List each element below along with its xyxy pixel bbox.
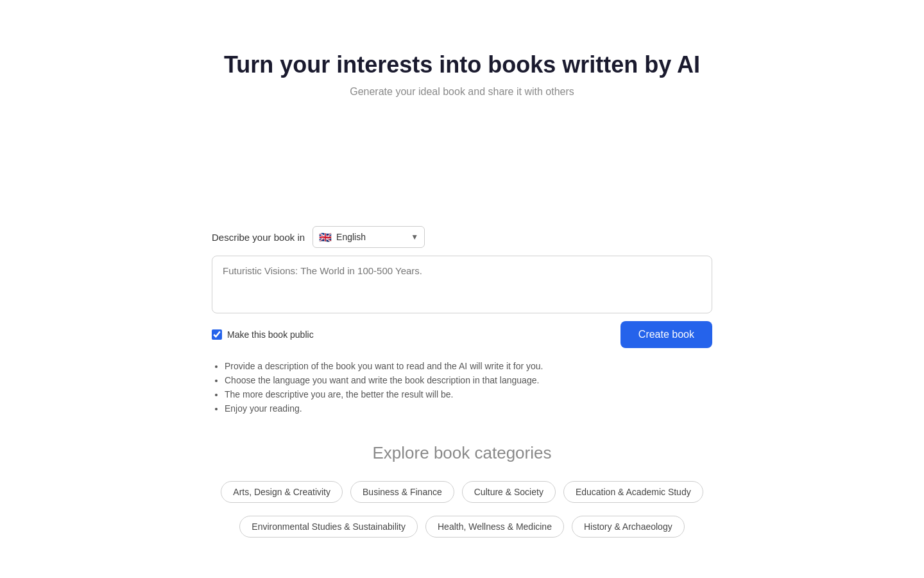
category-arts[interactable]: Arts, Design & Creativity <box>221 481 343 503</box>
hero-subtitle: Generate your ideal book and share it wi… <box>224 86 700 98</box>
actions-row: Make this book public Create book <box>212 321 712 348</box>
tip-item: Provide a description of the book you wa… <box>225 361 712 371</box>
public-checkbox-label: Make this book public <box>227 329 314 340</box>
checkbox-row: Make this book public <box>212 329 314 340</box>
language-select[interactable]: English Spanish French German Italian Po… <box>312 226 425 248</box>
category-business[interactable]: Business & Finance <box>350 481 454 503</box>
language-select-wrapper: 🇬🇧 English Spanish French German Italian… <box>312 226 425 248</box>
categories-title: Explore book categories <box>64 443 860 463</box>
categories-section: Explore book categories Arts, Design & C… <box>0 443 924 543</box>
categories-row-1: Arts, Design & Creativity Business & Fin… <box>221 481 703 503</box>
page-container: Turn your interests into books written b… <box>0 0 924 578</box>
tip-item: Choose the language you want and write t… <box>225 375 712 385</box>
category-health[interactable]: Health, Wellness & Medicine <box>425 516 564 538</box>
category-history[interactable]: History & Archaeology <box>572 516 685 538</box>
book-description-input[interactable] <box>212 256 712 313</box>
language-row: Describe your book in 🇬🇧 English Spanish… <box>212 226 712 248</box>
category-culture[interactable]: Culture & Society <box>462 481 556 503</box>
hero-section: Turn your interests into books written b… <box>224 51 700 98</box>
category-education[interactable]: Education & Academic Study <box>563 481 703 503</box>
categories-grid: Arts, Design & Creativity Business & Fin… <box>64 481 860 543</box>
categories-row-2: Environmental Studies & Sustainability H… <box>239 516 684 538</box>
create-book-button[interactable]: Create book <box>620 321 712 348</box>
tips-list: Provide a description of the book you wa… <box>212 361 712 417</box>
hero-title: Turn your interests into books written b… <box>224 51 700 78</box>
public-checkbox[interactable] <box>212 329 222 340</box>
language-label: Describe your book in <box>212 232 305 243</box>
tip-item: The more descriptive you are, the better… <box>225 389 712 399</box>
main-form-section: Describe your book in 🇬🇧 English Spanish… <box>212 226 712 417</box>
tip-item: Enjoy your reading. <box>225 403 712 414</box>
category-environment[interactable]: Environmental Studies & Sustainability <box>239 516 418 538</box>
